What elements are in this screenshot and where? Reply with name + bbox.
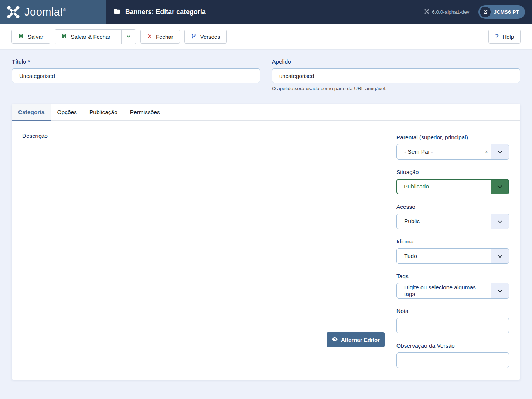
help-button[interactable]: ? Help xyxy=(488,30,521,44)
close-icon xyxy=(147,34,152,40)
external-link-icon xyxy=(480,7,491,17)
access-select[interactable]: Public xyxy=(396,214,509,229)
page: Joomla!® Banners: Editar categoria xyxy=(0,0,532,399)
tags-placeholder: Digite ou selecione algumas tags xyxy=(404,284,487,297)
folder-icon xyxy=(113,7,121,17)
close-button[interactable]: Fechar xyxy=(140,30,180,44)
status-select[interactable]: Publicado xyxy=(396,179,509,194)
preview-site-button[interactable]: JCMS6 PT xyxy=(478,5,525,19)
tab-bar: Categoria Opções Publicação Permissões xyxy=(12,104,520,121)
status-label: Situação xyxy=(396,169,509,175)
parent-field: Parental (superior, principal) - Sem Pai… xyxy=(396,134,509,160)
chevron-down-icon xyxy=(491,214,509,229)
joomla-version-icon xyxy=(424,9,429,15)
alias-label: Apelido xyxy=(272,58,291,65)
version-note-field: Observação da Versão xyxy=(396,342,509,368)
chevron-down-icon xyxy=(491,283,509,298)
toggle-editor-label: Alternar Editor xyxy=(341,337,380,343)
language-select-value: Tudo xyxy=(404,253,417,259)
tags-select[interactable]: Digite ou selecione algumas tags xyxy=(396,283,509,299)
preview-site-label: JCMS6 PT xyxy=(494,9,519,15)
alias-hint: O apelido será usado como parte da URL a… xyxy=(272,86,520,91)
access-select-value: Public xyxy=(404,218,420,225)
parent-select-value: - Sem Pai - xyxy=(404,149,433,155)
joomla-logo-icon xyxy=(6,5,21,20)
save-icon xyxy=(18,33,24,40)
chevron-down-icon xyxy=(491,249,509,263)
save-actions-dropdown-toggle[interactable] xyxy=(121,30,136,44)
admin-header: Joomla!® Banners: Editar categoria xyxy=(0,0,532,24)
tab-permissoes[interactable]: Permissões xyxy=(124,104,166,121)
save-close-button-group: Salvar & Fechar xyxy=(55,29,136,44)
help-icon: ? xyxy=(495,33,499,40)
clear-selection-icon[interactable]: × xyxy=(485,149,488,155)
save-close-button[interactable]: Salvar & Fechar xyxy=(55,30,117,44)
joomla-brand[interactable]: Joomla!® xyxy=(0,0,106,24)
page-title: Banners: Editar categoria xyxy=(125,8,206,16)
access-field: Acesso Public xyxy=(396,204,509,229)
save-icon xyxy=(61,33,67,40)
version-note-input[interactable] xyxy=(396,352,509,368)
versions-button[interactable]: Versões xyxy=(184,30,227,44)
toggle-editor-button[interactable]: Alternar Editor xyxy=(327,332,385,347)
page-title-area: Banners: Editar categoria xyxy=(113,7,206,17)
status-select-value: Publicado xyxy=(404,183,429,190)
parent-label: Parental (superior, principal) xyxy=(396,134,509,141)
title-alias-row: Título * Apelido O apelido será usado co… xyxy=(12,58,520,91)
save-button[interactable]: Salvar xyxy=(11,30,50,44)
action-toolbar: Salvar Salvar & Fechar Fechar xyxy=(0,24,532,50)
tab-publicacao[interactable]: Publicação xyxy=(83,104,124,121)
note-label: Nota xyxy=(396,308,509,314)
version-note-label: Observação da Versão xyxy=(396,342,509,349)
code-branch-icon xyxy=(191,33,197,40)
status-field: Situação Publicado xyxy=(396,169,509,194)
category-sidebar-fields: Parental (superior, principal) - Sem Pai… xyxy=(396,134,509,377)
chevron-down-icon xyxy=(491,144,509,159)
tab-opcoes[interactable]: Opções xyxy=(51,104,83,121)
eye-icon xyxy=(331,336,338,344)
chevron-down-icon xyxy=(126,34,131,40)
tags-label: Tags xyxy=(396,273,509,280)
language-select[interactable]: Tudo xyxy=(396,248,509,264)
language-label: Idioma xyxy=(396,238,509,245)
tab-categoria[interactable]: Categoria xyxy=(12,104,51,121)
title-input[interactable] xyxy=(12,68,260,83)
note-field: Nota xyxy=(396,308,509,333)
version-info: 6.0.0-alpha1-dev xyxy=(424,9,469,15)
edit-form-card: Categoria Opções Publicação Permissões D… xyxy=(12,104,520,380)
note-input[interactable] xyxy=(396,318,509,333)
parent-select[interactable]: - Sem Pai - × xyxy=(396,144,509,160)
title-label: Título * xyxy=(12,58,30,65)
version-text: 6.0.0-alpha1-dev xyxy=(432,9,469,15)
language-field: Idioma Tudo xyxy=(396,238,509,264)
tags-field: Tags Digite ou selecione algumas tags xyxy=(396,273,509,299)
access-label: Acesso xyxy=(396,204,509,210)
description-label: Descrição xyxy=(22,133,48,139)
chevron-down-icon xyxy=(491,180,508,194)
joomla-wordmark: Joomla!® xyxy=(24,6,66,18)
alias-input[interactable] xyxy=(272,68,520,83)
